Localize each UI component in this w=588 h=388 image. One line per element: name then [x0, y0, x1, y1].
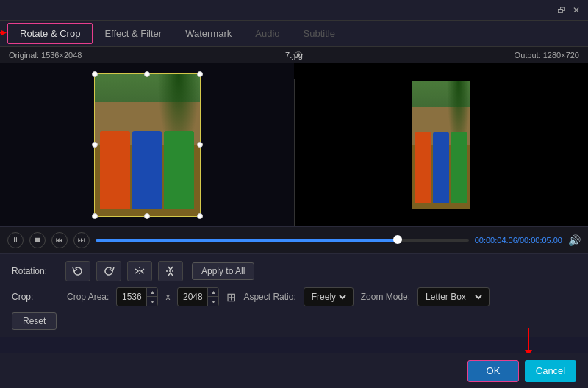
crop-width-input[interactable]	[117, 292, 146, 302]
output-image-content	[392, 79, 491, 211]
apply-to-all-button[interactable]: Apply to All	[192, 262, 254, 280]
close-button[interactable]: ✕	[570, 4, 582, 16]
play-pause-button[interactable]: ⏸	[7, 232, 24, 248]
red-arrow-icon	[0, 28, 7, 37]
crop-handle-bc[interactable]	[144, 213, 150, 219]
zoom-mode-label: Zoom Mode:	[361, 292, 410, 302]
restore-button[interactable]: 🗗	[556, 4, 567, 16]
tuk-red	[100, 131, 130, 209]
aspect-ratio-label: Aspect Ratio:	[243, 292, 295, 302]
tab-arrow-indicator	[0, 28, 7, 39]
stop-button[interactable]: ⏹	[29, 232, 46, 248]
output-size-label: Output: 1280×720	[514, 51, 579, 60]
crop-width-spinbox[interactable]: ▲ ▼	[116, 287, 158, 306]
volume-icon[interactable]: 🔊	[568, 234, 581, 246]
tuk-blue	[132, 131, 162, 209]
crop-height-arrows: ▲ ▼	[207, 287, 218, 306]
out-tuk-red	[415, 132, 431, 203]
tab-effect-filter-label: Effect & Filter	[104, 28, 162, 39]
tab-bar: Rotate & Crop Effect & Filter Watermark …	[0, 21, 588, 47]
timeline-track[interactable]	[96, 239, 469, 242]
crop-handle-tl[interactable]	[92, 71, 98, 77]
rotate-ccw-icon	[72, 265, 84, 277]
out-tuk-blue	[433, 132, 450, 203]
bottom-bar: OK Cancel	[0, 353, 588, 388]
controls-area: Rotation:	[0, 253, 588, 337]
tab-audio-label: Audio	[255, 28, 279, 39]
rotation-label: Rotation:	[12, 266, 60, 276]
out-tuk-green	[451, 132, 467, 203]
cancel-button[interactable]: Cancel	[525, 360, 576, 382]
crop-width-down[interactable]: ▼	[147, 297, 157, 306]
ok-arrow-indicator	[528, 328, 529, 350]
scene-bg	[95, 74, 200, 216]
filename-label: 7.jpg	[285, 51, 303, 60]
output-image	[392, 79, 491, 211]
crop-row: Crop: Crop Area: ▲ ▼ x ▲ ▼ ⊞ Aspect Rati…	[12, 287, 576, 306]
preview-canvases	[0, 63, 588, 226]
crop-handle-mr[interactable]	[197, 142, 203, 148]
preview-info-bar: Original: 1536×2048 👁 7.jpg Output: 1280…	[0, 47, 588, 63]
preview-area: Original: 1536×2048 👁 7.jpg Output: 1280…	[0, 47, 588, 253]
tab-rotate-crop-label: Rotate & Crop	[20, 28, 80, 39]
timeline-thumb[interactable]	[393, 235, 402, 244]
canvas-left	[0, 63, 294, 226]
input-image-content	[95, 74, 200, 216]
flip-v-icon	[165, 265, 176, 277]
prev-frame-button[interactable]: ⏮	[51, 232, 68, 248]
canvas-right	[294, 63, 588, 226]
reset-button[interactable]: Reset	[12, 312, 57, 330]
next-frame-button[interactable]: ⏭	[74, 232, 90, 248]
tab-rotate-crop[interactable]: Rotate & Crop	[7, 23, 93, 44]
preview-divider	[294, 79, 295, 226]
rotation-row: Rotation:	[12, 261, 576, 281]
flip-h-icon	[134, 265, 146, 277]
crop-handle-br[interactable]	[197, 213, 203, 219]
total-time: 00:00:05.00	[520, 236, 562, 245]
timeline-progress	[96, 239, 398, 242]
crop-handle-tc[interactable]	[144, 71, 150, 77]
tab-watermark[interactable]: Watermark	[173, 24, 243, 43]
tab-subtitle: Subtitle	[292, 24, 347, 43]
input-image	[94, 73, 201, 217]
zoom-mode-select[interactable]: Letter Box Pan & Scan Full	[423, 291, 484, 303]
out-tuks	[415, 132, 467, 203]
crop-area-label: Crop Area:	[67, 292, 109, 302]
rotate-cw-icon	[103, 265, 115, 277]
crop-width-up[interactable]: ▲	[147, 287, 157, 297]
crop-height-down[interactable]: ▼	[208, 297, 218, 306]
rotate-ccw-button[interactable]	[65, 261, 90, 281]
aspect-ratio-dropdown[interactable]: Freely 16:9 4:3 1:1	[304, 287, 354, 306]
tab-subtitle-label: Subtitle	[304, 28, 335, 39]
crop-height-input[interactable]	[178, 292, 207, 302]
crop-height-up[interactable]: ▲	[208, 287, 218, 297]
flip-h-button[interactable]	[127, 261, 152, 281]
crop-handle-ml[interactable]	[92, 142, 98, 148]
ok-button[interactable]: OK	[467, 360, 519, 382]
svg-marker-1	[1, 29, 7, 35]
reset-row: Reset	[12, 312, 576, 330]
original-size-label: Original: 1536×2048	[9, 51, 82, 60]
flip-v-button[interactable]	[158, 261, 183, 281]
x-separator: x	[165, 292, 170, 302]
zoom-mode-dropdown[interactable]: Letter Box Pan & Scan Full	[417, 287, 490, 306]
rotate-cw-button[interactable]	[96, 261, 121, 281]
tab-audio: Audio	[243, 24, 291, 43]
aspect-ratio-select[interactable]: Freely 16:9 4:3 1:1	[309, 291, 348, 303]
timeline-area: ⏸ ⏹ ⏮ ⏭ 00:00:04.06/00:00:05.00 🔊	[0, 226, 588, 253]
tab-effect-filter[interactable]: Effect & Filter	[93, 24, 173, 43]
timeline-time: 00:00:04.06/00:00:05.00	[475, 236, 562, 245]
expand-icon[interactable]: ⊞	[226, 290, 236, 304]
crop-handle-bl[interactable]	[92, 213, 98, 219]
tab-watermark-label: Watermark	[185, 28, 232, 39]
title-bar: 🗗 ✕	[0, 0, 588, 21]
tuk-green	[164, 131, 194, 209]
crop-label: Crop:	[12, 292, 60, 302]
crop-width-arrows: ▲ ▼	[146, 287, 157, 306]
output-image-inner	[412, 81, 470, 209]
crop-height-spinbox[interactable]: ▲ ▼	[177, 287, 219, 306]
crop-handle-tr[interactable]	[197, 71, 203, 77]
scene-tuk	[100, 131, 195, 209]
current-time: 00:00:04.06	[475, 236, 517, 245]
